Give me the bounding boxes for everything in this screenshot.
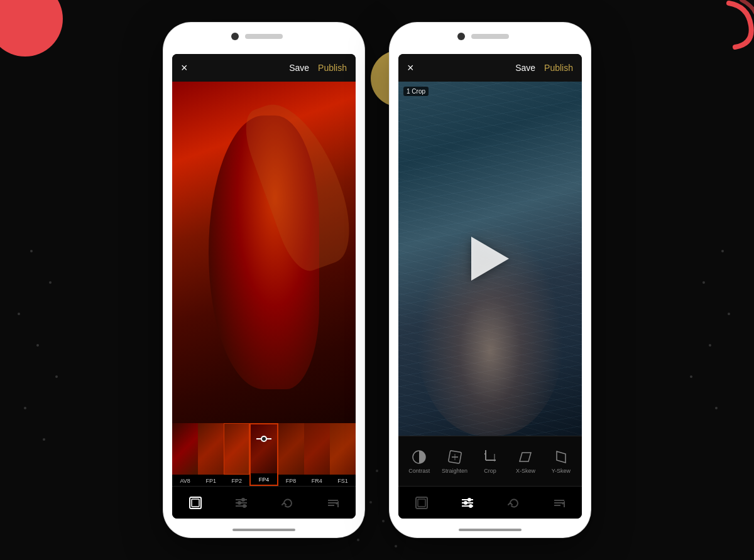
adjust-tool-crop[interactable]: Crop bbox=[473, 449, 508, 474]
phone-right-topbar: × Save Publish bbox=[398, 54, 582, 82]
filter-thumb-fr4 bbox=[304, 423, 330, 475]
toolbar-right-adjust[interactable] bbox=[456, 493, 479, 512]
filter-thumb-av8 bbox=[172, 423, 198, 475]
filter-thumb-fp1 bbox=[198, 423, 224, 475]
adjust-tool-straighten[interactable]: Straighten bbox=[437, 449, 472, 474]
adjust-label-straighten: Straighten bbox=[442, 468, 467, 474]
filter-label-fp8: FP8 bbox=[286, 478, 297, 484]
filter-thumb-fp8 bbox=[278, 423, 304, 475]
filter-fp2[interactable]: FP2 bbox=[224, 423, 249, 486]
adjust-label-contrast: Contrast bbox=[408, 468, 430, 474]
filter-label-fr4: FR4 bbox=[312, 478, 322, 484]
phone-right-home bbox=[459, 529, 522, 531]
toolbar-left-frames[interactable] bbox=[183, 493, 207, 512]
filter-thumb-fp2 bbox=[224, 423, 249, 475]
phone-left-photo-red bbox=[172, 82, 356, 423]
phone-right-image: 1 Crop bbox=[398, 82, 582, 436]
phone-left-screen: × Save Publish AV8 FP1 bbox=[172, 54, 356, 519]
toolbar-left-adjust[interactable] bbox=[229, 493, 253, 512]
phone-left-actions: Save Publish bbox=[289, 63, 347, 73]
adjust-tool-yskew[interactable]: Y-Skew bbox=[544, 449, 579, 474]
phone-right-bottom-toolbar bbox=[398, 486, 582, 519]
filter-fp1[interactable]: FP1 bbox=[198, 423, 224, 486]
adjust-label-xskew: X-Skew bbox=[516, 468, 535, 474]
filter-thumb-fp4 bbox=[251, 424, 276, 473]
filter-thumb-fs1 bbox=[330, 423, 356, 475]
filter-av8[interactable]: AV8 bbox=[172, 423, 198, 486]
play-triangle-icon bbox=[471, 237, 509, 281]
svg-rect-25 bbox=[192, 499, 199, 507]
adjust-label-yskew: Y-Skew bbox=[552, 468, 571, 474]
phone-left: × Save Publish AV8 FP1 bbox=[163, 23, 364, 537]
phone-left-filter-strip: AV8 FP1 FP2 bbox=[172, 423, 356, 486]
svg-point-23 bbox=[262, 437, 266, 441]
filter-label-fp4: FP4 bbox=[259, 477, 270, 483]
svg-point-50 bbox=[469, 504, 473, 508]
filter-label-av8: AV8 bbox=[180, 478, 190, 484]
svg-point-29 bbox=[238, 501, 241, 505]
phone-left-home bbox=[232, 529, 295, 531]
phone-right-adjust-toolbar: Contrast Straighten bbox=[398, 436, 582, 486]
filter-label-fs1: FS1 bbox=[337, 478, 348, 484]
phone-left-publish[interactable]: Publish bbox=[318, 63, 347, 73]
toolbar-left-revert[interactable] bbox=[275, 493, 299, 512]
phone-left-save[interactable]: Save bbox=[289, 63, 309, 73]
filter-label-fp2: FP2 bbox=[232, 478, 243, 484]
toolbar-left-export[interactable] bbox=[321, 493, 345, 512]
filter-label-fp1: FP1 bbox=[205, 478, 216, 484]
toolbar-right-frames[interactable] bbox=[410, 493, 434, 512]
svg-point-46 bbox=[467, 498, 471, 502]
crop-badge: 1 Crop bbox=[403, 87, 429, 96]
phone-right-save[interactable]: Save bbox=[515, 63, 535, 73]
svg-point-48 bbox=[464, 501, 467, 505]
play-button-overlay[interactable] bbox=[471, 237, 509, 281]
phone-left-camera bbox=[231, 33, 239, 40]
phone-right-close[interactable]: × bbox=[407, 62, 414, 75]
phone-right-camera bbox=[457, 33, 465, 40]
phone-right-publish[interactable]: Publish bbox=[544, 63, 573, 73]
phones-wrapper: × Save Publish AV8 FP1 bbox=[0, 0, 754, 560]
phone-left-close[interactable]: × bbox=[181, 62, 188, 75]
phone-left-speaker bbox=[245, 34, 283, 39]
svg-point-31 bbox=[243, 504, 246, 508]
adjust-label-crop: Crop bbox=[484, 468, 496, 474]
phone-left-bottom-toolbar bbox=[172, 486, 356, 519]
filter-control-icon bbox=[256, 435, 271, 443]
toolbar-right-export[interactable] bbox=[547, 493, 571, 512]
filter-fp4[interactable]: FP4 bbox=[249, 423, 278, 486]
filter-fr4[interactable]: FR4 bbox=[304, 423, 330, 486]
adjust-tool-contrast[interactable]: Contrast bbox=[402, 449, 437, 474]
phone-right: × Save Publish 1 Crop bbox=[390, 23, 591, 537]
phone-right-speaker bbox=[471, 34, 509, 39]
phone-right-screen: × Save Publish 1 Crop bbox=[398, 54, 582, 519]
toolbar-right-revert[interactable] bbox=[501, 493, 525, 512]
phone-right-actions: Save Publish bbox=[515, 63, 573, 73]
svg-rect-44 bbox=[418, 499, 425, 507]
filter-fp8[interactable]: FP8 bbox=[278, 423, 304, 486]
phone-left-topbar: × Save Publish bbox=[172, 54, 356, 82]
adjust-tool-xskew[interactable]: X-Skew bbox=[508, 449, 543, 474]
phone-left-image bbox=[172, 82, 356, 423]
svg-point-27 bbox=[241, 498, 245, 502]
filter-fs1[interactable]: FS1 bbox=[330, 423, 356, 486]
